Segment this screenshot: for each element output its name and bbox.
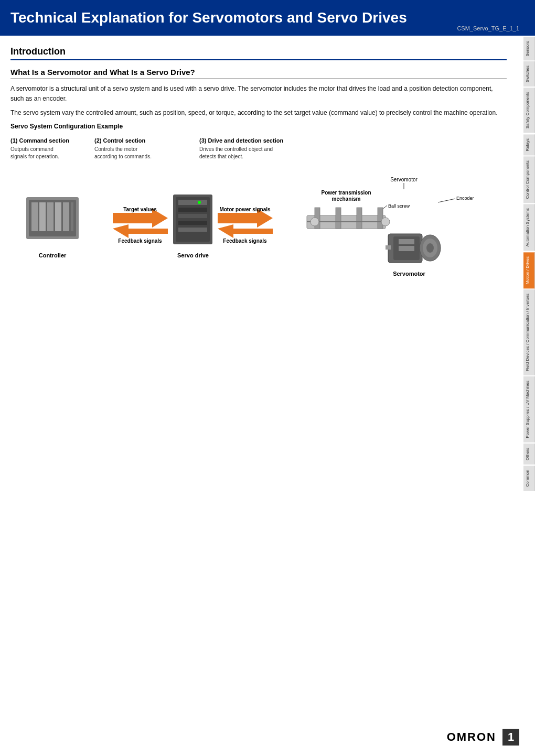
- col2-line2: according to commands.: [94, 153, 199, 160]
- sidebar-tab-relays[interactable]: Relays: [523, 134, 535, 155]
- omron-logo: OMRON: [447, 730, 496, 744]
- col1-line1: Outputs command: [10, 146, 94, 153]
- col3-line2: detects that object.: [199, 153, 507, 160]
- svg-rect-2: [31, 202, 38, 231]
- motor-power-label: Motor power signals: [219, 207, 271, 212]
- feedback-signals-arrow-2: [218, 224, 273, 238]
- svg-point-15: [198, 201, 201, 204]
- main-content: Introduction What Is a Servomotor and Wh…: [0, 36, 522, 312]
- servomotor-bottom-label: Servomotor: [393, 271, 425, 277]
- col3-line1: Drives the controlled object and: [199, 146, 507, 153]
- svg-rect-23: [357, 208, 362, 229]
- power-transmission-label-2: mechanism: [331, 196, 360, 202]
- sidebar-tab-others[interactable]: Others: [523, 444, 535, 465]
- encoder-label: Encoder: [456, 196, 474, 201]
- sidebar-tab-control[interactable]: Control Components: [523, 156, 535, 203]
- feedback-signals-arrow-1: [113, 224, 168, 238]
- svg-rect-22: [336, 208, 341, 229]
- servo-drive-label: Servo drive: [177, 252, 209, 258]
- svg-line-19: [438, 199, 455, 202]
- page-title: Technical Explanation for Servomotors an…: [10, 9, 519, 26]
- svg-rect-5: [55, 202, 61, 231]
- target-values-label: Target values: [123, 207, 157, 212]
- body-text-1: A servomotor is a structural unit of a s…: [10, 84, 507, 104]
- sub-heading: What Is a Servomotor and What Is a Servo…: [10, 68, 507, 79]
- col2-line1: Controls the motor: [94, 146, 199, 153]
- svg-rect-7: [71, 202, 73, 231]
- col1-header-area: (1) Command section Outputs command sign…: [10, 137, 94, 160]
- col3-header-area: (3) Drive and detection section Drives t…: [199, 137, 507, 160]
- svg-point-26: [311, 218, 319, 226]
- svg-rect-12: [178, 214, 207, 218]
- sidebar-tab-field[interactable]: Field Devices / Communication / Inverter…: [523, 289, 535, 375]
- svg-rect-3: [39, 202, 46, 231]
- col3-header: (3) Drive and detection section: [199, 137, 507, 144]
- section-heading: Introduction: [10, 46, 507, 60]
- col2-header: (2) Control section: [94, 137, 199, 144]
- svg-rect-6: [63, 202, 69, 231]
- svg-rect-14: [178, 228, 207, 232]
- page-number: 1: [502, 729, 519, 746]
- sidebar: Sensors Switches Safety Components Relay…: [523, 37, 535, 491]
- sidebar-tab-motion[interactable]: Motion / Drives: [523, 252, 535, 288]
- diagram-container: Controller Target values Feedback signal…: [10, 166, 507, 302]
- svg-rect-4: [47, 202, 54, 231]
- col1-header: (1) Command section: [10, 137, 94, 144]
- svg-point-35: [426, 243, 434, 253]
- feedback-signals-label-1: Feedback signals: [118, 238, 162, 244]
- svg-rect-30: [399, 239, 414, 244]
- svg-rect-13: [178, 221, 207, 225]
- svg-point-27: [381, 218, 390, 226]
- config-label: Servo System Configuration Example: [10, 123, 507, 130]
- body-text-2: The servo system vary the controlled amo…: [10, 108, 507, 118]
- controller-label: Controller: [39, 252, 67, 258]
- col1-line2: signals for operation.: [10, 153, 94, 160]
- sidebar-tab-sensors[interactable]: Sensors: [523, 37, 535, 60]
- document-code: CSM_Servo_TG_E_1_1: [457, 25, 519, 31]
- sidebar-tab-safety[interactable]: Safety Components: [523, 88, 535, 133]
- svg-rect-32: [386, 245, 391, 250]
- svg-rect-31: [399, 246, 414, 251]
- sidebar-tab-switches[interactable]: Switches: [523, 61, 535, 87]
- sidebar-tab-power[interactable]: Power Supplies / UV Machines: [523, 376, 535, 442]
- servomotor-top-label: Servomotor: [390, 177, 418, 182]
- diagram-svg: Controller Target values Feedback signal…: [10, 166, 519, 302]
- col2-header-area: (2) Control section Controls the motor a…: [94, 137, 199, 160]
- svg-rect-10: [178, 200, 207, 205]
- ball-screw-label: Ball screw: [388, 203, 410, 209]
- sidebar-tab-common[interactable]: Common: [523, 466, 535, 491]
- footer: OMRON 1: [447, 729, 519, 746]
- power-transmission-label-1: Power transmission: [321, 190, 371, 196]
- page-header: Technical Explanation for Servomotors an…: [0, 0, 535, 36]
- svg-rect-24: [378, 208, 383, 229]
- sidebar-tab-automation[interactable]: Automation Systems: [523, 204, 535, 251]
- svg-rect-11: [178, 208, 207, 212]
- feedback-signals-label-2: Feedback signals: [223, 238, 267, 244]
